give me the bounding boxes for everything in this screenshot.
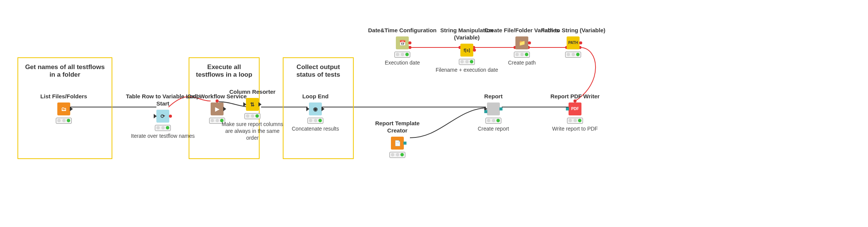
node-desc: Concatenate results	[277, 125, 353, 132]
traffic-light	[514, 52, 530, 58]
traffic-light	[565, 52, 581, 58]
node-report[interactable]: Report Create report	[455, 93, 531, 132]
node-pdf-writer[interactable]: Report PDF Writer PDF Write report to PD…	[537, 93, 613, 132]
loop-end-icon: ◉	[309, 102, 322, 115]
folder-var-icon: 📁	[515, 36, 528, 49]
annotation-title: Get names of all testflows in a folder	[18, 58, 112, 79]
calendar-icon: 📅	[396, 36, 409, 49]
node-desc: Filename + execution date	[429, 66, 505, 73]
node-desc: Create report	[455, 125, 531, 132]
traffic-light	[307, 118, 323, 124]
path-icon: PATH	[567, 36, 580, 49]
loop-start-icon: ⟳	[156, 110, 169, 123]
traffic-light	[244, 113, 260, 119]
node-title: Report Template Creator	[365, 120, 430, 134]
annotation-title: Collect output status of tests	[284, 58, 353, 79]
annotation-title: Execute all testflows in a loop	[189, 58, 259, 79]
traffic-light	[56, 118, 72, 124]
node-title: Loop End	[277, 93, 353, 100]
node-desc: Make sure report columns are always in t…	[220, 121, 285, 142]
node-desc: Iterate over testflow names	[125, 132, 201, 139]
string-icon: f[s]	[460, 44, 473, 57]
node-list-files[interactable]: List Files/Folders 🗂	[26, 93, 102, 125]
node-desc: Create path	[484, 59, 560, 66]
node-title: List Files/Folders	[26, 93, 102, 100]
traffic-light	[459, 59, 475, 65]
node-title: Column Resorter	[220, 88, 285, 96]
files-icon: 🗂	[57, 102, 70, 115]
report-icon	[487, 102, 500, 115]
resorter-icon: ⇅	[246, 98, 259, 111]
template-icon: 📄	[391, 137, 404, 150]
traffic-light	[394, 52, 410, 58]
node-title: Report	[455, 93, 531, 100]
node-column-resorter[interactable]: Column Resorter ⇅ Make sure report colum…	[220, 88, 285, 141]
node-loop-end[interactable]: Loop End ◉ Concatenate results	[277, 93, 353, 132]
node-title: Path to String (Variable)	[535, 27, 611, 34]
traffic-light	[485, 118, 501, 124]
traffic-light	[155, 125, 171, 131]
node-path-to-string[interactable]: Path to String (Variable) PATH	[535, 27, 611, 59]
node-desc: Write report to PDF	[537, 125, 613, 132]
traffic-light	[567, 118, 583, 124]
node-template-creator[interactable]: Report Template Creator 📄	[365, 120, 430, 159]
traffic-light	[389, 152, 405, 158]
pdf-icon: PDF	[569, 102, 581, 115]
